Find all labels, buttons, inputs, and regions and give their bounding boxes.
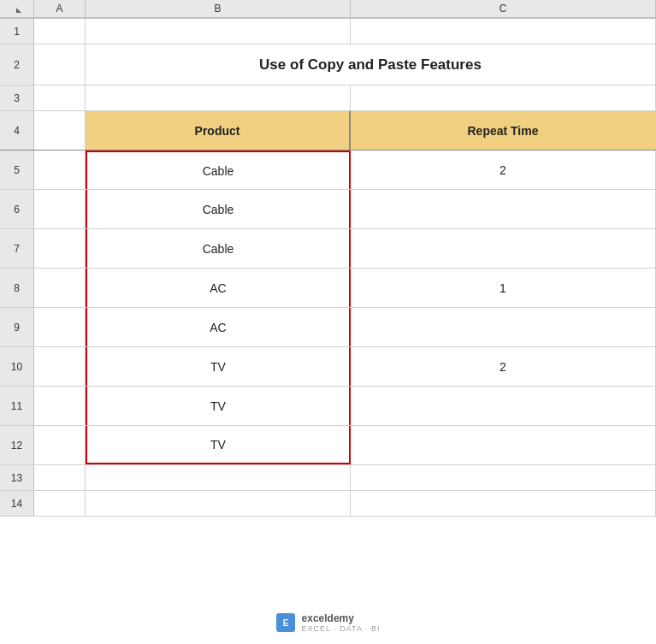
cell-c11[interactable] — [351, 387, 656, 425]
col-header-repeat-time: Repeat Time — [351, 111, 656, 150]
cell-b10[interactable]: TV — [86, 347, 351, 386]
table-row: 10 TV 2 — [0, 347, 656, 387]
cell-b13[interactable] — [86, 465, 351, 490]
table-row: 1 — [0, 19, 656, 44]
row-header-1: 1 — [0, 19, 34, 44]
watermark-sub-text: EXCEL · DATA · BI — [302, 624, 381, 634]
cell-c14[interactable] — [351, 491, 656, 516]
table-row: 12 TV — [0, 426, 656, 465]
row-header-4: 4 — [0, 111, 34, 150]
cell-b3[interactable] — [86, 86, 351, 110]
cell-a3[interactable] — [34, 86, 86, 110]
table-row: 8 AC 1 — [0, 269, 656, 308]
cell-b1[interactable] — [86, 19, 351, 44]
row-header-13: 13 — [0, 465, 34, 490]
cell-a13[interactable] — [34, 465, 86, 490]
row-header-9: 9 — [0, 308, 34, 346]
select-all-icon[interactable] — [11, 3, 23, 15]
cell-a8[interactable] — [34, 269, 86, 307]
table-row: 14 — [0, 491, 656, 517]
row-header-3: 3 — [0, 86, 34, 110]
row-header-7: 7 — [0, 229, 34, 268]
cell-c7[interactable] — [351, 229, 656, 268]
table-row: 6 Cable — [0, 190, 656, 229]
watermark-main-text: exceldemy — [302, 612, 381, 624]
cell-b7[interactable]: Cable — [86, 229, 351, 268]
table-row: 3 — [0, 86, 656, 111]
svg-text:E: E — [282, 618, 288, 628]
cell-b12[interactable]: TV — [86, 426, 351, 464]
table-row: 4 Product Repeat Time — [0, 111, 656, 151]
col-header-a[interactable]: A — [34, 0, 86, 18]
col-header-b[interactable]: B — [86, 0, 351, 18]
cell-a1[interactable] — [34, 19, 86, 44]
cell-a10[interactable] — [34, 347, 86, 386]
corner-cell — [0, 0, 34, 18]
cell-c12[interactable] — [351, 426, 656, 464]
table-row: 13 — [0, 465, 656, 491]
cell-c6[interactable] — [351, 190, 656, 228]
watermark: E exceldemy EXCEL · DATA · BI — [276, 612, 381, 634]
cell-b9[interactable]: AC — [86, 308, 351, 346]
cell-a4[interactable] — [34, 111, 86, 150]
grid: 1 2 Use of Copy and Paste Features 3 4 P… — [0, 19, 656, 644]
cell-a6[interactable] — [34, 190, 86, 228]
cell-c1[interactable] — [351, 19, 656, 44]
cell-a11[interactable] — [34, 387, 86, 425]
row-header-8: 8 — [0, 269, 34, 307]
row-header-11: 11 — [0, 387, 34, 425]
table-row: 11 TV — [0, 387, 656, 426]
col-header-c[interactable]: C — [351, 0, 656, 18]
col-header-product: Product — [86, 111, 351, 150]
cell-c10[interactable]: 2 — [351, 347, 656, 386]
row-header-5: 5 — [0, 151, 34, 189]
cell-b6[interactable]: Cable — [86, 190, 351, 228]
cell-c9[interactable] — [351, 308, 656, 346]
cell-c5[interactable]: 2 — [351, 151, 656, 189]
table-row: 7 Cable — [0, 229, 656, 269]
cell-b14[interactable] — [86, 491, 351, 516]
row-header-10: 10 — [0, 347, 34, 386]
cell-a7[interactable] — [34, 229, 86, 268]
table-row: 9 AC — [0, 308, 656, 347]
cell-a9[interactable] — [34, 308, 86, 346]
watermark-logo: E — [276, 613, 295, 632]
row-header-12: 12 — [0, 426, 34, 464]
cell-a2[interactable] — [34, 44, 86, 85]
title-cell: Use of Copy and Paste Features — [86, 44, 656, 85]
row-header-6: 6 — [0, 190, 34, 228]
row-header-14: 14 — [0, 491, 34, 516]
cell-c8[interactable]: 1 — [351, 269, 656, 307]
table-row: 2 Use of Copy and Paste Features — [0, 44, 656, 86]
column-headers-row: A B C — [0, 0, 656, 19]
cell-b8[interactable]: AC — [86, 269, 351, 307]
cell-a5[interactable] — [34, 151, 86, 189]
cell-a12[interactable] — [34, 426, 86, 464]
row-header-2: 2 — [0, 44, 34, 85]
cell-c13[interactable] — [351, 465, 656, 490]
cell-a14[interactable] — [34, 491, 86, 516]
table-row: 5 Cable 2 — [0, 151, 656, 190]
cell-c3[interactable] — [351, 86, 656, 110]
cell-b11[interactable]: TV — [86, 387, 351, 425]
cell-b5[interactable]: Cable — [86, 151, 351, 189]
spreadsheet: A B C 1 2 Use of Copy and Paste Features… — [0, 0, 656, 644]
watermark-text: exceldemy EXCEL · DATA · BI — [302, 612, 381, 634]
